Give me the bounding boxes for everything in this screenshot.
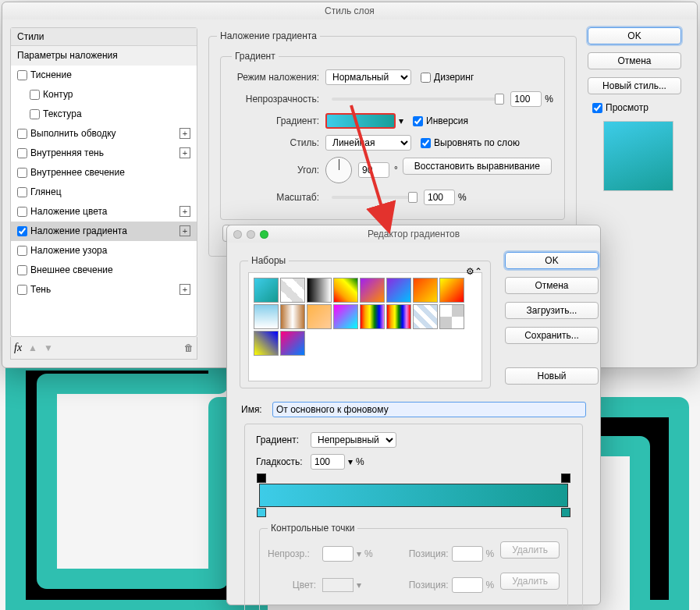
opacity-slider[interactable] [332, 98, 504, 101]
chevron-down-icon[interactable]: ▾ [348, 456, 353, 467]
new-style-button[interactable]: Новый стиль... [588, 77, 681, 94]
style-label: Контур [43, 89, 73, 100]
preset-swatch[interactable] [254, 304, 279, 329]
title-text: Стиль слоя [325, 5, 375, 16]
preset-swatch[interactable] [360, 304, 385, 329]
arrow-down-icon[interactable]: ▼ [44, 342, 53, 353]
cancel-button[interactable]: Отмена [588, 52, 681, 69]
preset-swatch[interactable] [254, 278, 279, 303]
preset-swatch[interactable] [413, 278, 438, 303]
style-item[interactable]: Текстура [11, 105, 197, 124]
styles-header: Стили [11, 28, 197, 46]
preset-swatch[interactable] [280, 304, 305, 329]
style-checkbox[interactable] [17, 226, 27, 236]
style-checkbox[interactable] [17, 187, 27, 197]
reverse-check[interactable]: Инверсия [413, 115, 468, 126]
style-checkbox[interactable] [17, 168, 27, 178]
style-checkbox[interactable] [30, 109, 40, 119]
preset-swatch[interactable] [386, 304, 411, 329]
style-item[interactable]: Наложение узора [11, 241, 197, 261]
arrow-up-icon[interactable]: ▲ [28, 342, 37, 353]
stop-color-label: Цвет: [268, 580, 322, 590]
plus-icon[interactable]: + [179, 206, 190, 217]
style-checkbox[interactable] [17, 285, 27, 295]
preset-swatch[interactable] [280, 278, 305, 303]
ge-cancel-button[interactable]: Отмена [505, 277, 599, 294]
type-select[interactable]: Непрерывный [311, 432, 396, 448]
opacity-stop-right[interactable] [561, 473, 570, 483]
fx-menu[interactable]: fx [14, 342, 22, 354]
zoom-icon[interactable] [260, 230, 268, 239]
style-item[interactable]: Внешнее свечение [11, 261, 197, 280]
blend-label: Режим наложения: [232, 72, 325, 83]
style-item[interactable]: Выполнить обводку+ [11, 124, 197, 144]
color-stop-right[interactable] [561, 508, 570, 517]
style-item[interactable]: Наложение цвета+ [11, 202, 197, 222]
preview-check[interactable]: Просмотр [592, 102, 689, 113]
style-label: Стиль: [232, 137, 325, 148]
gear-icon[interactable]: ⚙⌃ [466, 266, 482, 277]
preset-swatch[interactable] [333, 304, 358, 329]
style-checkbox[interactable] [17, 70, 27, 80]
preset-swatch[interactable] [333, 278, 358, 303]
preset-swatch[interactable] [307, 278, 332, 303]
style-item[interactable]: Внутренняя тень+ [11, 144, 197, 163]
style-label: Тиснение [30, 69, 72, 80]
preset-grid [248, 272, 482, 381]
reset-align-button[interactable]: Восстановить выравнивание [403, 158, 552, 175]
svg-line-0 [351, 105, 386, 222]
preset-swatch[interactable] [307, 304, 332, 329]
name-input[interactable] [272, 402, 586, 417]
stop-pos2-input [452, 577, 483, 593]
plus-icon[interactable]: + [179, 225, 190, 236]
stop-color-swatch [322, 578, 354, 592]
ge-load-button[interactable]: Загрузить... [505, 302, 599, 319]
dither-check[interactable]: Дизеринг [421, 72, 474, 83]
preset-swatch[interactable] [280, 331, 305, 356]
align-check[interactable]: Выровнять по слою [421, 137, 520, 148]
gradient-bar[interactable] [259, 484, 568, 507]
style-item[interactable]: Внутреннее свечение [11, 163, 197, 183]
scale-input[interactable] [424, 190, 455, 205]
opacity-stop-left[interactable] [257, 473, 266, 483]
window-title: Стиль слоя [2, 2, 697, 20]
traffic-lights[interactable] [233, 230, 268, 239]
preset-swatch[interactable] [254, 331, 279, 356]
stop-pos-input [452, 546, 483, 562]
preset-swatch[interactable] [439, 304, 464, 329]
ok-button[interactable]: OK [588, 27, 681, 44]
opacity-input[interactable] [510, 91, 542, 107]
style-checkbox[interactable] [17, 207, 27, 217]
style-item[interactable]: Наложение градиента+ [11, 222, 197, 241]
plus-icon[interactable]: + [179, 128, 190, 139]
style-checkbox[interactable] [17, 129, 27, 139]
trash-icon[interactable]: 🗑 [184, 342, 194, 353]
ge-save-button[interactable]: Сохранить... [505, 327, 599, 344]
plus-icon[interactable]: + [179, 147, 190, 158]
style-label: Текстура [43, 108, 82, 119]
preset-swatch[interactable] [413, 304, 438, 329]
close-icon[interactable] [233, 230, 242, 239]
blend-mode-select[interactable]: Нормальный [325, 69, 411, 85]
color-stop-left[interactable] [257, 508, 266, 517]
style-label: Внешнее свечение [30, 264, 113, 275]
ge-ok-button[interactable]: OK [505, 252, 599, 269]
style-item[interactable]: Тиснение [11, 66, 197, 85]
style-checkbox[interactable] [17, 265, 27, 275]
preset-swatch[interactable] [439, 278, 464, 303]
style-item[interactable]: Тень+ [11, 280, 197, 300]
style-item[interactable]: Контур [11, 85, 197, 105]
stop-pos-label: Позиция: [402, 548, 449, 559]
style-checkbox[interactable] [30, 90, 40, 100]
style-label: Наложение узора [30, 245, 107, 256]
minimize-icon[interactable] [247, 230, 255, 239]
ge-new-button[interactable]: Новый [505, 367, 599, 385]
blending-options[interactable]: Параметры наложения [11, 46, 197, 66]
style-checkbox[interactable] [17, 246, 27, 256]
style-item[interactable]: Глянец [11, 183, 197, 202]
preset-swatch[interactable] [386, 278, 411, 303]
style-checkbox[interactable] [17, 148, 27, 158]
smooth-input[interactable] [311, 454, 345, 470]
preset-swatch[interactable] [360, 278, 385, 303]
plus-icon[interactable]: + [179, 284, 190, 295]
